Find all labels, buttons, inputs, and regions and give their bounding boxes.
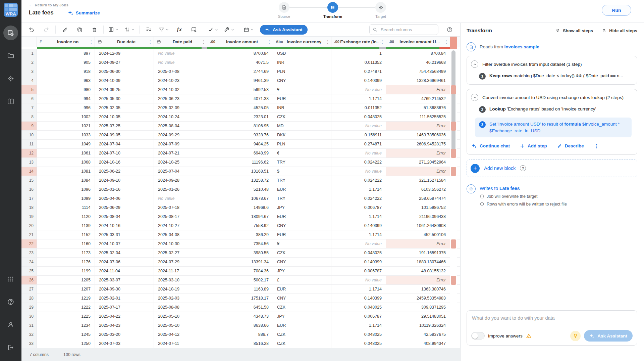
cell-exchange-rate-in[interactable]: No value <box>331 276 386 284</box>
row-number[interactable]: 8 <box>21 112 37 121</box>
cell-invoice-amount[interactable]: 18094.67 <box>207 212 273 221</box>
cell-invoice-no[interactable]: 1234 <box>37 321 95 330</box>
cell-invoice-no[interactable]: 1152 <box>37 230 95 239</box>
cell-due-date[interactable]: 2025-06-29 <box>95 203 154 212</box>
cell-invoice-amount-u[interactable]: 1463.78506036 <box>386 131 450 139</box>
cell-exchange-rate-in[interactable]: 0.140399 <box>331 76 386 85</box>
cell-invoice-amount[interactable]: 10678.67 <box>207 194 273 203</box>
cell-date-paid[interactable]: 2025-03-10 <box>154 276 207 284</box>
cell-invoice-currency[interactable]: USD <box>273 49 331 58</box>
add-step-button[interactable]: Add step <box>520 143 547 148</box>
cell-exchange-rate-in[interactable]: 0.274871 <box>331 140 386 148</box>
cell-invoice-no[interactable]: 1139 <box>37 221 95 230</box>
column-menu-icon[interactable]: ⋮ <box>267 39 272 44</box>
cell-invoice-currency[interactable]: $ <box>273 167 331 176</box>
cell-invoice-no[interactable]: 994 <box>37 94 95 103</box>
stepper-source[interactable]: Source <box>267 2 301 18</box>
cell-due-date[interactable]: 2025-06-30 <box>95 67 154 76</box>
validate-menu-button[interactable] <box>207 25 219 34</box>
step-2[interactable]: 2 Lookup 'Exchange rates' based on 'Invo… <box>479 106 632 113</box>
cell-exchange-rate-in[interactable]: No value <box>331 149 386 157</box>
cell-date-paid[interactable]: 2024-07-09 <box>154 140 207 148</box>
cell-due-date[interactable]: 2025-02-05 <box>95 103 154 112</box>
cell-invoice-amount-u[interactable]: 10119.326324 <box>386 321 450 330</box>
back-link[interactable]: ← Return to My Jobs <box>29 3 100 7</box>
step-1[interactable]: 1 Keep rows matching $Due_date < today()… <box>479 73 632 80</box>
cell-invoice-amount[interactable]: 8638.66 <box>207 321 273 330</box>
cell-invoice-no[interactable]: 1173 <box>37 249 95 257</box>
cell-date-paid[interactable]: 2025-01-26 <box>154 185 207 194</box>
cell-date-paid[interactable]: 2024-10-23 <box>154 76 207 85</box>
sidebar-item-jobs[interactable] <box>3 26 18 40</box>
cell-invoice-currency[interactable]: CZK <box>273 112 331 121</box>
cell-date-paid[interactable]: 2024-07-11 <box>154 339 207 348</box>
cell-exchange-rate-in[interactable]: 1.1714 <box>331 230 386 239</box>
column-header-due-date[interactable]: Due date⋮ <box>95 37 154 47</box>
cell-invoice-currency[interactable]: TRY <box>273 194 331 203</box>
row-number[interactable]: 26 <box>21 276 37 284</box>
cell-invoice-amount-u[interactable]: 101.5986752 <box>386 203 450 212</box>
cell-invoice-amount-u[interactable]: 46.219668 <box>386 58 450 67</box>
row-number[interactable]: 5 <box>21 85 37 94</box>
cell-invoice-currency[interactable]: JPY <box>273 312 331 321</box>
cell-date-paid[interactable]: 2025-02-03 <box>154 294 207 303</box>
cell-invoice-no[interactable]: 1199 <box>37 267 95 275</box>
column-header-invoice-amount[interactable]: .00Invoice amount⋮ <box>207 37 273 47</box>
cell-invoice-currency[interactable]: CZK <box>273 249 331 257</box>
cell-due-date[interactable]: 2025-05-30 <box>95 94 154 103</box>
cell-exchange-rate-in[interactable]: No value <box>331 85 386 94</box>
cell-invoice-currency[interactable]: CNY <box>273 76 331 85</box>
cell-exchange-rate-in[interactable]: 0.011352 <box>331 58 386 67</box>
cell-date-paid[interactable]: 2025-02-09 <box>154 103 207 112</box>
cell-invoice-no[interactable]: 1250 <box>37 339 95 348</box>
cell-exchange-rate-in[interactable]: No value <box>331 167 386 176</box>
cell-date-paid[interactable]: No value <box>154 194 207 203</box>
cell-exchange-rate-in[interactable]: 1.1714 <box>331 94 386 103</box>
cell-invoice-currency[interactable]: INR <box>273 58 331 67</box>
cell-invoice-currency[interactable]: CZK <box>273 330 331 339</box>
row-number[interactable]: 22 <box>21 239 37 248</box>
column-menu-icon[interactable]: ⋮ <box>89 39 94 44</box>
cell-invoice-amount[interactable]: 9328.76 <box>207 131 273 139</box>
row-number[interactable]: 28 <box>21 294 37 303</box>
describe-button[interactable]: Describe <box>557 143 584 148</box>
show-all-steps-button[interactable]: Show all steps <box>555 28 593 33</box>
cell-invoice-amount[interactable]: 14969.6 <box>207 203 273 212</box>
sidebar-item-apps[interactable] <box>3 272 18 286</box>
step-3-selected[interactable]: 3 Set 'Invoice amount USD' to result of … <box>475 118 632 137</box>
cell-invoice-amount[interactable]: 13168.51 <box>207 167 273 176</box>
column-menu-icon[interactable]: ⋮ <box>380 39 385 44</box>
cell-date-paid[interactable]: 2024-09-29 <box>154 131 207 139</box>
cell-invoice-amount-u[interactable]: 4769.214532 <box>386 94 450 103</box>
cell-invoice-amount-u[interactable]: 48.08155132 <box>386 267 450 275</box>
cell-invoice-no[interactable]: 1205 <box>37 276 95 284</box>
column-header-invoice-no[interactable]: #Invoice no⋮ <box>37 37 95 47</box>
redo-button[interactable] <box>41 25 52 34</box>
row-number[interactable]: 27 <box>21 285 37 294</box>
sidebar-item-logout[interactable] <box>3 340 18 355</box>
cell-invoice-currency[interactable]: £ <box>273 276 331 284</box>
row-number[interactable]: 18 <box>21 203 37 212</box>
cell-invoice-amount[interactable]: 11196.62 <box>207 158 273 167</box>
cell-invoice-no[interactable]: 1222 <box>37 303 95 312</box>
cell-invoice-amount[interactable]: 4525.05 <box>207 103 273 112</box>
cell-invoice-no[interactable]: 1002 <box>37 112 95 121</box>
row-number[interactable]: 32 <box>21 330 37 339</box>
cell-exchange-rate-in[interactable]: 0.006787 <box>331 267 386 275</box>
column-menu-icon[interactable]: ⋮ <box>148 39 153 44</box>
cell-invoice-currency[interactable]: ¥ <box>273 239 331 248</box>
run-button[interactable]: Run <box>602 5 631 16</box>
cell-exchange-rate-in[interactable]: 0.006787 <box>331 203 386 212</box>
error-row-mark[interactable] <box>451 239 456 249</box>
cell-invoice-currency[interactable]: EUR <box>273 185 331 194</box>
cell-date-paid[interactable]: 2025-07-04 <box>154 167 207 176</box>
row-operations-button[interactable] <box>143 25 154 34</box>
cell-invoice-currency[interactable]: JPY <box>273 203 331 212</box>
cell-invoice-amount[interactable]: 2744.69 <box>207 67 273 76</box>
undo-button[interactable] <box>26 25 37 34</box>
cell-due-date[interactable]: 2025-06-22 <box>95 167 154 176</box>
cell-date-paid[interactable]: 2025-07-18 <box>154 203 207 212</box>
cell-invoice-amount-u[interactable]: 309.8371295 <box>386 303 450 312</box>
continue-chat-button[interactable]: Continue chat <box>472 143 510 148</box>
cell-date-paid[interactable]: 2024-10-27 <box>154 221 207 230</box>
